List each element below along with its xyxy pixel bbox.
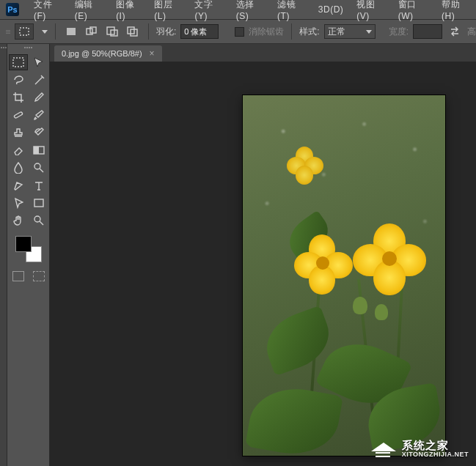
wand-icon: [33, 75, 45, 85]
menu-file[interactable]: 文件(F): [28, 0, 67, 23]
tool-healing[interactable]: [9, 107, 28, 123]
menu-image[interactable]: 图像(I): [110, 0, 147, 23]
history-brush-icon: [33, 127, 45, 138]
color-swatches[interactable]: [14, 234, 43, 264]
options-grip[interactable]: [6, 30, 10, 34]
tool-brush[interactable]: [29, 107, 48, 123]
marquee-icon: [19, 27, 29, 36]
antialias-checkbox[interactable]: [235, 27, 244, 37]
image-bud: [353, 297, 367, 314]
tool-eyedropper[interactable]: [29, 89, 48, 106]
separator: [291, 23, 292, 40]
menu-type[interactable]: 文字(Y): [188, 0, 228, 23]
bandage-icon: [12, 109, 24, 121]
antialias-label: 消除锯齿: [249, 26, 284, 38]
zoom-icon: [33, 215, 45, 226]
tool-shape[interactable]: [29, 195, 48, 211]
tool-type[interactable]: [29, 177, 48, 193]
svg-point-14: [34, 216, 40, 222]
tool-stamp[interactable]: [9, 125, 28, 141]
tool-quick-select[interactable]: [29, 72, 48, 88]
image-bud: [375, 304, 388, 320]
marquee-icon: [12, 57, 24, 67]
pen-icon: [12, 180, 24, 191]
menu-help[interactable]: 帮助(H): [436, 0, 476, 23]
menu-window[interactable]: 窗口(W): [392, 0, 434, 23]
panel-rail[interactable]: [0, 44, 7, 466]
tool-pen[interactable]: [9, 177, 28, 193]
rectangle-icon: [34, 199, 44, 207]
tool-zoom[interactable]: [29, 212, 48, 229]
app-logo: Ps: [6, 3, 19, 16]
watermark-title: 系统之家: [402, 440, 469, 452]
canvas-area: 0.jpg @ 50%(RGB/8#) ×: [50, 44, 476, 466]
document-tabstrip: 0.jpg @ 50%(RGB/8#) ×: [50, 44, 476, 62]
svg-rect-8: [13, 58, 23, 67]
tool-preset-dropdown-icon[interactable]: [42, 30, 48, 34]
menu-edit[interactable]: 编辑(E): [69, 0, 109, 23]
image-flower: [294, 234, 353, 293]
selection-intersect-icon[interactable]: [125, 24, 141, 39]
menu-view[interactable]: 视图(V): [351, 0, 390, 23]
dodge-icon: [33, 162, 45, 174]
image-flower: [287, 147, 323, 183]
svg-rect-0: [20, 28, 29, 35]
watermark-logo-icon: [371, 438, 396, 460]
style-dropdown[interactable]: 正常: [324, 24, 376, 39]
selection-subtract-icon[interactable]: [104, 24, 120, 39]
close-icon[interactable]: ×: [150, 48, 155, 59]
tool-eraser[interactable]: [9, 142, 28, 158]
swap-dimensions-icon[interactable]: [447, 24, 463, 39]
menu-layer[interactable]: 图层(L): [148, 0, 187, 23]
tool-hand[interactable]: [9, 212, 28, 229]
svg-rect-9: [13, 111, 22, 118]
width-label: 宽度:: [389, 26, 409, 38]
selection-add-icon[interactable]: [84, 24, 100, 39]
viewport[interactable]: 系统之家 XITONGZHIJIA.NET: [50, 62, 476, 466]
watermark: 系统之家 XITONGZHIJIA.NET: [371, 438, 469, 460]
type-icon: [34, 180, 44, 191]
feather-input[interactable]: [180, 24, 219, 39]
style-label: 样式:: [299, 26, 319, 38]
svg-rect-1: [67, 28, 76, 35]
eyedropper-icon: [33, 92, 45, 103]
drop-icon: [13, 162, 23, 174]
tool-lasso[interactable]: [9, 72, 28, 88]
menu-bar: Ps 文件(F) 编辑(E) 图像(I) 图层(L) 文字(Y) 选择(S) 滤…: [0, 0, 476, 19]
tool-path-select[interactable]: [9, 195, 28, 211]
tool-move[interactable]: [29, 54, 48, 70]
arrow-icon: [13, 197, 23, 209]
watermark-subtitle: XITONGZHIJIA.NET: [402, 451, 469, 459]
style-value: 正常: [328, 26, 345, 38]
menu-3d[interactable]: 3D(D): [312, 2, 350, 17]
move-icon: [33, 56, 45, 68]
lasso-icon: [12, 75, 24, 85]
tool-dodge[interactable]: [29, 160, 48, 176]
foreground-swatch[interactable]: [15, 236, 32, 252]
separator: [55, 23, 56, 40]
svg-point-12: [34, 163, 40, 169]
chevron-down-icon: [366, 30, 372, 34]
brush-icon: [33, 109, 45, 121]
edit-standard-mode-icon[interactable]: [12, 271, 24, 281]
menu-filter[interactable]: 滤镜(T): [271, 0, 311, 23]
tool-marquee[interactable]: [9, 54, 28, 70]
active-tool-preview[interactable]: [15, 23, 34, 40]
gradient-icon: [33, 146, 45, 155]
document-image[interactable]: [243, 95, 445, 456]
selection-new-icon[interactable]: [63, 24, 79, 39]
tool-gradient[interactable]: [29, 142, 48, 158]
stamp-icon: [12, 127, 24, 138]
document-tab[interactable]: 0.jpg @ 50%(RGB/8#) ×: [54, 45, 162, 62]
tool-blur[interactable]: [9, 160, 28, 176]
tool-crop[interactable]: [9, 89, 28, 106]
image-flower: [353, 223, 426, 293]
width-input: [413, 24, 442, 39]
toolbox-grip[interactable]: [14, 47, 43, 51]
separator: [148, 23, 149, 40]
edit-quickmask-mode-icon[interactable]: [33, 271, 45, 281]
hand-icon: [12, 215, 24, 226]
svg-rect-13: [34, 199, 43, 207]
tool-history-brush[interactable]: [29, 125, 48, 141]
menu-select[interactable]: 选择(S): [230, 0, 270, 23]
